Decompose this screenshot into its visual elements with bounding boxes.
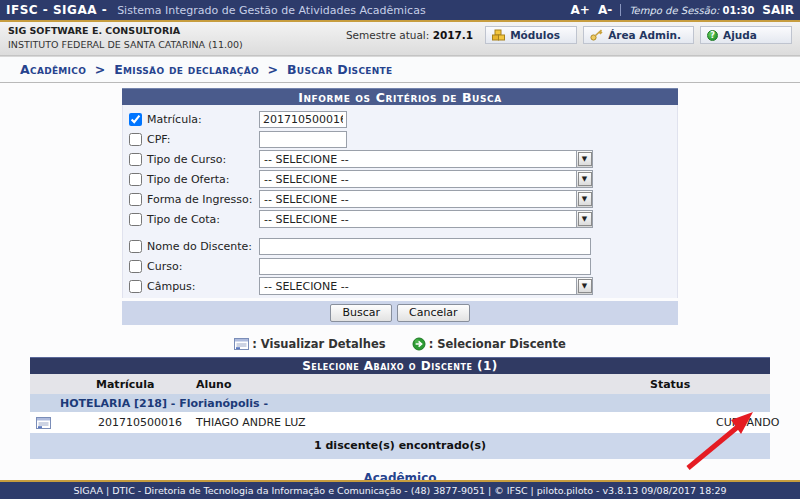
cpf-input[interactable] xyxy=(259,131,347,148)
cell-aluno: THIAGO ANDRE LUZ xyxy=(196,416,650,429)
forma-ingresso-label: Forma de Ingresso: xyxy=(147,193,259,206)
results-table-header-row: Matrícula Aluno Status xyxy=(30,374,770,394)
tipo-oferta-select[interactable]: -- SELECIONE -- ▼ xyxy=(259,170,593,188)
breadcrumb-separator: > xyxy=(268,62,279,77)
key-icon xyxy=(590,29,603,41)
campus-checkbox[interactable] xyxy=(129,280,142,293)
results-table: Selecione Abaixo o Discente (1) Matrícul… xyxy=(30,357,770,459)
brand-title: IFSC - SIGAA - xyxy=(6,3,107,17)
semester-indicator: Semestre atual: 2017.1 xyxy=(346,29,473,41)
breadcrumb-academico[interactable]: Acadêmico xyxy=(20,62,86,77)
select-value: -- SELECIONE -- xyxy=(260,213,576,226)
top-header-bar: IFSC - SIGAA - Sistema Integrado de Gest… xyxy=(0,0,800,20)
ajuda-button[interactable]: ? Ajuda xyxy=(700,26,792,44)
select-value: -- SELECIONE -- xyxy=(260,173,576,186)
chevron-down-icon[interactable]: ▼ xyxy=(576,211,592,227)
breadcrumb-separator: > xyxy=(95,62,106,77)
cpf-label: CPF: xyxy=(147,133,259,146)
matricula-row: Matrícula: xyxy=(129,109,677,129)
select-value: -- SELECIONE -- xyxy=(260,153,576,166)
visualizar-detalhes-icon[interactable] xyxy=(36,417,51,429)
status-badge: CURSANDO xyxy=(716,416,779,429)
modulos-label: Módulos xyxy=(510,29,560,41)
search-panel-body: Matrícula: CPF: Tipo de Curso: -- SELECI… xyxy=(122,105,678,298)
cpf-checkbox[interactable] xyxy=(129,133,142,146)
semester-value: 2017.1 xyxy=(433,29,474,41)
nome-discente-label: Nome do Discente: xyxy=(147,240,259,253)
cpf-row: CPF: xyxy=(129,129,677,149)
nome-discente-input[interactable] xyxy=(259,238,591,255)
select-value: -- SELECIONE -- xyxy=(260,280,576,293)
chevron-down-icon[interactable]: ▼ xyxy=(576,278,592,294)
matricula-label: Matrícula: xyxy=(147,113,259,126)
semester-label: Semestre atual: xyxy=(346,29,429,41)
divider xyxy=(620,4,621,16)
legend-selecionar-discente: : Selecionar Discente xyxy=(412,337,566,351)
select-value: -- SELECIONE -- xyxy=(260,193,576,206)
campus-row: Câmpus: -- SELECIONE -- ▼ xyxy=(129,276,677,296)
cell-matricula: 201710500016 xyxy=(66,416,196,429)
visualizar-detalhes-icon xyxy=(234,338,249,350)
matricula-checkbox[interactable] xyxy=(129,113,142,126)
forma-ingresso-checkbox[interactable] xyxy=(129,193,142,206)
course-group-row: HOTELARIA [218] - Florianópolis - xyxy=(30,394,770,412)
tipo-oferta-label: Tipo de Oferta: xyxy=(147,173,259,186)
results-table-title: Selecione Abaixo o Discente (1) xyxy=(30,357,770,374)
tipo-curso-label: Tipo de Curso: xyxy=(147,153,259,166)
curso-input[interactable] xyxy=(259,258,591,275)
footer-bar: SIGAA | DTIC - Diretoria de Tecnologia d… xyxy=(0,480,800,499)
search-panel-title: Informe os Critérios de Busca xyxy=(122,88,678,105)
breadcrumb-buscar-discente: Buscar Discente xyxy=(287,62,392,77)
legend-label: : Visualizar Detalhes xyxy=(252,337,385,351)
logout-button[interactable]: SAIR xyxy=(762,3,794,17)
tipo-cota-row: Tipo de Cota: -- SELECIONE -- ▼ xyxy=(129,209,677,229)
area-admin-label: Área Admin. xyxy=(608,29,681,41)
column-status: Status xyxy=(650,378,770,391)
app-title: Sistema Integrado de Gestão de Atividade… xyxy=(117,4,425,17)
nome-discente-checkbox[interactable] xyxy=(129,240,142,253)
font-increase-button[interactable]: A+ xyxy=(571,3,590,17)
table-row: 201710500016 THIAGO ANDRE LUZ CURSANDO xyxy=(30,412,770,433)
curso-checkbox[interactable] xyxy=(129,260,142,273)
tipo-cota-select[interactable]: -- SELECIONE -- ▼ xyxy=(259,210,593,228)
matricula-input[interactable] xyxy=(259,111,347,128)
forma-ingresso-row: Forma de Ingresso: -- SELECIONE -- ▼ xyxy=(129,189,677,209)
curso-label: Curso: xyxy=(147,260,259,273)
legend: : Visualizar Detalhes : Selecionar Disce… xyxy=(0,337,800,351)
breadcrumb-emissao-declaracao[interactable]: Emissão de declaração xyxy=(114,62,259,77)
tipo-curso-select[interactable]: -- SELECIONE -- ▼ xyxy=(259,150,593,168)
cancelar-button[interactable]: Cancelar xyxy=(397,304,470,322)
buscar-button[interactable]: Buscar xyxy=(330,304,392,322)
form-button-band: Buscar Cancelar xyxy=(122,301,678,325)
breadcrumb-bar: Acadêmico > Emissão de declaração > Busc… xyxy=(0,56,800,83)
tipo-curso-checkbox[interactable] xyxy=(129,153,142,166)
tipo-oferta-row: Tipo de Oferta: -- SELECIONE -- ▼ xyxy=(129,169,677,189)
search-criteria-panel: Informe os Critérios de Busca Matrícula:… xyxy=(122,88,678,325)
chevron-down-icon[interactable]: ▼ xyxy=(576,151,592,167)
area-admin-button[interactable]: Área Admin. xyxy=(583,26,694,44)
institution-info: SIG SOFTWARE E. CONSULTORIA INSTITUTO FE… xyxy=(8,25,243,55)
campus-label: Câmpus: xyxy=(147,280,259,293)
tipo-cota-checkbox[interactable] xyxy=(129,213,142,226)
font-decrease-button[interactable]: A- xyxy=(598,3,612,17)
session-timer: Tempo de Sessão: 01:30 xyxy=(629,5,754,16)
results-count: 1 discente(s) encontrado(s) xyxy=(30,433,770,459)
column-aluno: Aluno xyxy=(196,378,650,391)
tipo-cota-label: Tipo de Cota: xyxy=(147,213,259,226)
session-label: Tempo de Sessão: xyxy=(629,5,719,16)
ajuda-label: Ajuda xyxy=(723,29,757,41)
column-matricula: Matrícula xyxy=(66,378,196,391)
campus-select[interactable]: -- SELECIONE -- ▼ xyxy=(259,277,593,295)
institution-subname: INSTITUTO FEDERAL DE SANTA CATARINA (11.… xyxy=(8,39,243,50)
chevron-down-icon[interactable]: ▼ xyxy=(576,191,592,207)
help-icon: ? xyxy=(707,30,718,41)
nome-discente-row: Nome do Discente: xyxy=(129,236,677,256)
legend-visualizar-detalhes: : Visualizar Detalhes xyxy=(234,337,385,351)
tipo-oferta-checkbox[interactable] xyxy=(129,173,142,186)
forma-ingresso-select[interactable]: -- SELECIONE -- ▼ xyxy=(259,190,593,208)
institution-bar: SIG SOFTWARE E. CONSULTORIA INSTITUTO FE… xyxy=(0,22,800,56)
modulos-button[interactable]: Módulos xyxy=(485,26,577,44)
curso-row: Curso: xyxy=(129,256,677,276)
chevron-down-icon[interactable]: ▼ xyxy=(576,171,592,187)
selecionar-discente-icon xyxy=(412,337,426,351)
